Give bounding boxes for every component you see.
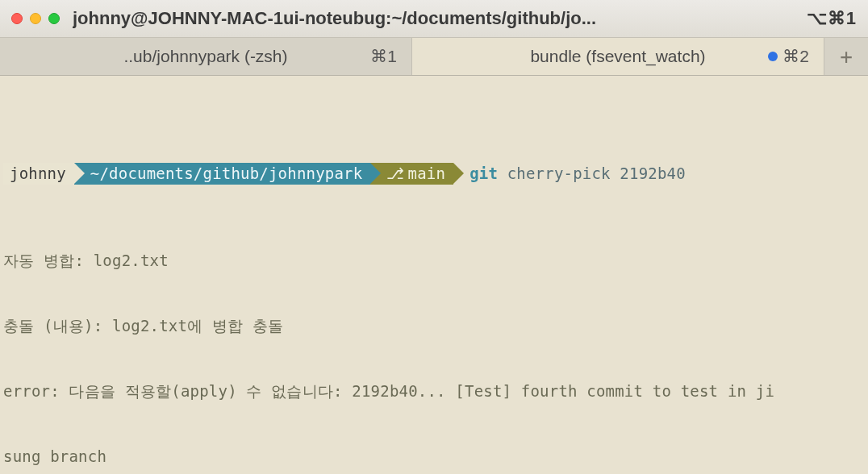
activity-dot-icon bbox=[768, 52, 778, 61]
titlebar: johnny@JOHNNY-MAC-1ui-noteubug:~/documen… bbox=[0, 0, 868, 38]
branch-icon: ⎇ bbox=[386, 163, 404, 185]
tabbar: ..ub/johnnypark (-zsh) ⌘1 bundle (fseven… bbox=[0, 38, 868, 76]
terminal[interactable]: johnny ~/documents/github/johnnypark ⎇ma… bbox=[0, 76, 868, 474]
output-line: 충돌 (내용): log2.txt에 병합 충돌 bbox=[3, 315, 865, 337]
command: git cherry-pick 2192b40 bbox=[453, 163, 686, 185]
close-icon[interactable] bbox=[11, 13, 23, 24]
tab-label: bundle (fsevent_watch) bbox=[530, 47, 705, 66]
prompt-path: ~/documents/github/johnnypark bbox=[90, 163, 363, 185]
window-shortcut: ⌥⌘1 bbox=[807, 8, 857, 29]
tab-shortcut: ⌘1 bbox=[370, 47, 397, 66]
prompt-branch: main bbox=[408, 164, 446, 182]
tab-label: ..ub/johnnypark (-zsh) bbox=[123, 47, 287, 66]
new-tab-button[interactable]: + bbox=[824, 38, 868, 75]
output-line: error: 다음을 적용할(apply) 수 없습니다: 2192b40...… bbox=[3, 380, 865, 402]
prompt-user: johnny bbox=[10, 163, 66, 185]
tab-2[interactable]: bundle (fsevent_watch) ⌘2 bbox=[412, 38, 824, 75]
maximize-icon[interactable] bbox=[48, 13, 60, 24]
window-title: johnny@JOHNNY-MAC-1ui-noteubug:~/documen… bbox=[73, 8, 807, 29]
minimize-icon[interactable] bbox=[30, 13, 41, 24]
output-line: sung branch bbox=[3, 446, 865, 468]
prompt-line: johnny ~/documents/github/johnnypark ⎇ma… bbox=[3, 163, 865, 185]
tab-1[interactable]: ..ub/johnnypark (-zsh) ⌘1 bbox=[0, 38, 412, 75]
output-line: 자동 병합: log2.txt bbox=[3, 250, 865, 272]
tab-shortcut: ⌘2 bbox=[768, 47, 809, 66]
traffic-lights bbox=[11, 13, 60, 24]
